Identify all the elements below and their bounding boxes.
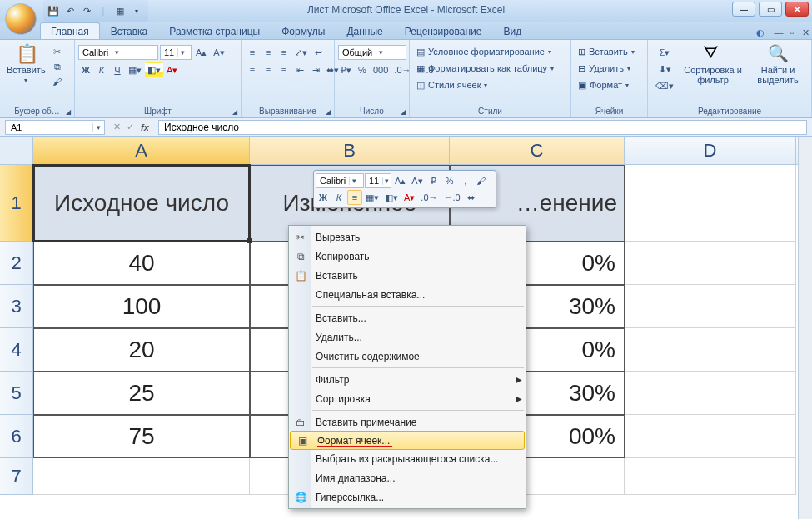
row-header-1[interactable]: 1 [0, 165, 33, 242]
percent-icon[interactable]: % [355, 62, 370, 77]
bold-button[interactable]: Ж [78, 62, 93, 77]
cell-A7[interactable] [33, 458, 250, 495]
tab-formulas[interactable]: Формулы [271, 22, 336, 39]
cell-A3[interactable]: 100 [33, 285, 250, 328]
currency-icon[interactable]: ₽▾ [338, 62, 354, 77]
mini-comma-icon[interactable]: , [458, 173, 473, 188]
save-icon[interactable]: 💾 [47, 4, 60, 17]
cancel-formula-icon[interactable]: ✕ [110, 121, 123, 134]
col-header-A[interactable]: A [33, 137, 250, 164]
align-middle-icon[interactable]: ≡ [261, 45, 276, 60]
tab-home[interactable]: Главная [40, 22, 100, 39]
row-header-4[interactable]: 4 [0, 328, 33, 372]
enter-formula-icon[interactable]: ✓ [123, 121, 137, 134]
redo-icon[interactable]: ↷ [80, 4, 93, 17]
menu-format-cells[interactable]: ▣Формат ячеек... [290, 431, 525, 450]
cell-D6[interactable] [625, 415, 796, 458]
row-header-2[interactable]: 2 [0, 242, 33, 285]
mini-merge-icon[interactable]: ⬌ [464, 190, 479, 205]
mini-fill-color-icon[interactable]: ◧▾ [382, 190, 401, 205]
mini-bold-button[interactable]: Ж [316, 190, 331, 205]
row-header-3[interactable]: 3 [0, 285, 33, 328]
menu-paste[interactable]: 📋Вставить [289, 266, 526, 285]
row-header-6[interactable]: 6 [0, 415, 33, 458]
office-button[interactable] [5, 3, 37, 35]
mini-font-combo[interactable]: Calibri▾ [316, 173, 364, 188]
cell-D7[interactable] [625, 458, 796, 495]
menu-name-range[interactable]: Имя диапазона... [289, 468, 526, 487]
menu-clear-contents[interactable]: Очистить содержимое [289, 347, 526, 366]
fill-color-button[interactable]: ◧▾ [145, 62, 163, 77]
grid-icon[interactable]: ▦ [113, 4, 127, 17]
align-top-icon[interactable]: ≡ [245, 45, 260, 60]
formula-input[interactable]: Исходное число [158, 120, 807, 135]
col-header-D[interactable]: D [625, 137, 796, 164]
font-launcher-icon[interactable]: ◢ [231, 107, 239, 116]
format-painter-icon[interactable]: 🖌 [51, 75, 64, 88]
cell-styles-button[interactable]: ◫Стили ячеек▾ [413, 77, 491, 93]
align-left-icon[interactable]: ≡ [245, 62, 260, 77]
cell-A1[interactable]: Исходное число [33, 165, 250, 242]
row-header-7[interactable]: 7 [0, 458, 33, 495]
mdi-close-icon[interactable]: ✕ [799, 26, 812, 39]
menu-paste-special[interactable]: Специальная вставка... [289, 285, 526, 304]
format-as-table-button[interactable]: ▦Форматировать как таблицу▾ [413, 60, 557, 77]
number-launcher-icon[interactable]: ◢ [399, 107, 407, 116]
underline-button[interactable]: Ч [110, 62, 125, 77]
find-select-button[interactable]: 🔍 Найти и выделить [748, 42, 808, 87]
name-box[interactable]: A1 ▾ [5, 120, 105, 135]
autosum-icon[interactable]: Σ▾ [653, 45, 676, 60]
comma-icon[interactable]: 000 [371, 62, 391, 77]
fx-icon[interactable]: fx [137, 122, 153, 132]
number-format-combo[interactable]: Общий▾ [338, 45, 406, 60]
tab-layout[interactable]: Разметка страницы [158, 22, 271, 39]
font-color-button[interactable]: A▾ [164, 62, 180, 77]
fill-icon[interactable]: ⬇▾ [653, 62, 676, 77]
row-header-5[interactable]: 5 [0, 372, 33, 415]
font-size-combo[interactable]: 11▾ [160, 45, 192, 60]
align-launcher-icon[interactable]: ◢ [324, 107, 332, 116]
mini-font-color-icon[interactable]: A▾ [401, 190, 417, 205]
cut-icon[interactable]: ✂ [51, 45, 64, 58]
select-all-corner[interactable] [0, 137, 33, 164]
decrease-font-icon[interactable]: A▾ [211, 45, 227, 60]
cell-A4[interactable]: 20 [33, 328, 250, 372]
menu-sort[interactable]: Сортировка▶ [289, 389, 526, 408]
menu-filter[interactable]: Фильтр▶ [289, 370, 526, 389]
align-center-icon[interactable]: ≡ [261, 62, 276, 77]
cell-D4[interactable] [625, 328, 796, 372]
wrap-text-icon[interactable]: ↩ [311, 45, 326, 60]
menu-delete[interactable]: Удалить... [289, 327, 526, 347]
tab-data[interactable]: Данные [336, 22, 393, 39]
chevron-down-icon[interactable]: ▾ [92, 123, 104, 132]
indent-dec-icon[interactable]: ⇤ [292, 62, 307, 77]
cell-A6[interactable]: 75 [33, 415, 250, 458]
conditional-formatting-button[interactable]: ▤Условное форматирование▾ [413, 43, 555, 60]
col-header-C[interactable]: C [450, 137, 625, 164]
mini-center-icon[interactable]: ≡ [347, 190, 362, 205]
copy-icon[interactable]: ⧉ [51, 60, 64, 73]
mini-italic-button[interactable]: К [331, 190, 346, 205]
indent-inc-icon[interactable]: ⇥ [308, 62, 323, 77]
close-button[interactable]: ✕ [785, 2, 809, 17]
menu-insert[interactable]: Вставить... [289, 308, 526, 327]
cell-D5[interactable] [625, 372, 796, 415]
help-icon[interactable]: ◐ [754, 26, 767, 39]
cell-D2[interactable] [625, 242, 796, 285]
font-name-combo[interactable]: Calibri▾ [78, 45, 158, 60]
cell-A2[interactable]: 40 [33, 242, 250, 285]
tab-view[interactable]: Вид [492, 22, 532, 39]
mini-grow-font-icon[interactable]: A▴ [392, 173, 408, 188]
border-button[interactable]: ▦▾ [126, 62, 144, 77]
mini-inc-decimal-icon[interactable]: .0→ [418, 190, 440, 205]
ribbon-minimize-icon[interactable]: — [772, 26, 785, 39]
cell-D1[interactable] [625, 165, 796, 242]
vertical-scrollbar[interactable] [798, 137, 812, 519]
mini-percent-icon[interactable]: % [442, 173, 457, 188]
increase-font-icon[interactable]: A▴ [193, 45, 209, 60]
menu-copy[interactable]: ⧉Копировать [289, 247, 526, 266]
orientation-icon[interactable]: ⤢▾ [292, 45, 310, 60]
qat-dropdown-icon[interactable]: ▾ [130, 4, 143, 17]
mini-border-icon[interactable]: ▦▾ [363, 190, 381, 205]
mini-currency-icon[interactable]: ₽ [426, 173, 441, 188]
